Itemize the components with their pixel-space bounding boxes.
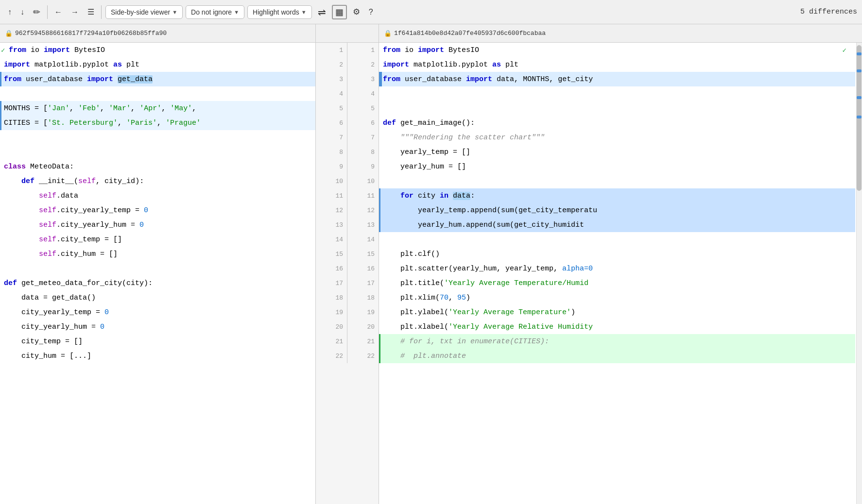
r-var-yt: yearly_temp	[400, 148, 448, 156]
left-line-14: self.city_temp = []	[0, 232, 315, 247]
ln-right-21: 21	[347, 338, 379, 345]
str-apr: 'Apr'	[139, 104, 161, 113]
settings-button[interactable]: ⚙	[350, 5, 363, 19]
right-line-10	[379, 174, 855, 188]
right-scrollbar[interactable]	[856, 43, 862, 504]
str-may: 'May'	[170, 104, 192, 113]
fn-gmdc: get_meteo_data_for_city	[21, 279, 122, 287]
self-ch-kw: self	[39, 250, 56, 258]
nav-down-button[interactable]: ↓	[17, 6, 27, 18]
r-import-data: data,	[497, 75, 518, 84]
ln-row-6: 6 6	[316, 116, 379, 130]
highlight-dropdown[interactable]: Highlight words ▼	[247, 5, 312, 19]
var-cyh-local: city_yearly_hum	[21, 323, 87, 331]
left-file-hash: 962f5945886616817f7294a10fb06268b85ffa90	[15, 30, 167, 37]
right-code-lines: from io import BytesIO ✓ import matplotl…	[379, 43, 862, 363]
ignore-label: Do not ignore	[191, 8, 232, 16]
r-xlabel-str: 'Yearly Average Relative Humidity	[448, 323, 593, 331]
r-plt-ylabel: plt.ylabel(	[400, 308, 448, 317]
edit-button[interactable]: ✏	[30, 5, 43, 19]
right-file-hash: 1f641a814b0e8d42a07fe405937d6c600fbcabaa	[394, 30, 546, 37]
self-ct-kw: self	[39, 235, 56, 244]
ln-right-2: 2	[347, 61, 379, 68]
ln-row-9: 9 9	[316, 159, 379, 174]
ln-left-6: 6	[316, 119, 347, 127]
view-toggle-button[interactable]: ▦	[332, 5, 347, 19]
self-init: self	[78, 177, 96, 185]
ln-row-12: 12 12	[316, 203, 379, 218]
r-ylabel-str: 'Yearly Average Temperature'	[448, 308, 571, 317]
kw-import-2: import	[4, 61, 30, 69]
var-data: data	[21, 294, 39, 302]
ln-left-3: 3	[316, 76, 347, 83]
left-line-21: city_temp = []	[0, 334, 315, 349]
arrow-right-button[interactable]: →	[68, 6, 82, 18]
scrollbar-diff-marker-1	[857, 52, 862, 55]
right-line-20: plt.xlabel('Yearly Average Relative Humi…	[379, 319, 855, 334]
ln-left-20: 20	[316, 323, 347, 331]
ln-left-12: 12	[316, 207, 347, 214]
ln-left-19: 19	[316, 309, 347, 316]
r-plt-xlabel: plt.xlabel(	[400, 323, 448, 331]
ln-left-5: 5	[316, 105, 347, 112]
r-highlighted-data: data	[453, 192, 470, 200]
ln-right-16: 16	[347, 265, 379, 272]
ln-row-15: 15 15	[316, 247, 379, 261]
right-line-22: # plt.annotate	[379, 349, 855, 363]
help-button[interactable]: ?	[366, 6, 376, 18]
right-line-3: from user_database import data, MONTHS, …	[379, 72, 855, 86]
r-kw-in: in	[440, 192, 448, 200]
var-cyt: city_yearly_temp	[21, 308, 91, 317]
columns-icon-button[interactable]: ⇌	[315, 4, 329, 20]
right-line-21: # for i, txt in enumerate(CITIES):	[379, 334, 855, 349]
left-line-18: data = get_data()	[0, 290, 315, 305]
ln-right-18: 18	[347, 294, 379, 302]
num-0-local-cyh: 0	[100, 323, 104, 331]
attr-cyh: city_yearly_hum	[61, 221, 126, 229]
separator-1	[47, 5, 48, 19]
fn-init: __init__	[39, 177, 74, 185]
r-plt-title: plt.title(	[400, 279, 444, 287]
ignore-dropdown-arrow: ▼	[234, 9, 239, 15]
right-line-5	[379, 101, 855, 116]
right-line-8: yearly_temp = []	[379, 145, 855, 159]
r-kw-from-3: from	[383, 75, 400, 84]
r-comment-plt: # plt.annotate	[400, 352, 466, 360]
self-data-kw: self	[39, 192, 56, 200]
nav-up-button[interactable]: ↑	[5, 6, 15, 18]
diff-count: 5 differences	[800, 8, 857, 16]
viewer-dropdown-arrow: ▼	[172, 9, 177, 15]
left-line-19: city_yearly_temp = 0	[0, 305, 315, 319]
ln-left-18: 18	[316, 294, 347, 302]
ln-right-11: 11	[347, 192, 379, 200]
line-numbers: 1 1 2 2 3 3 4 4 5 5 6 6 7	[316, 43, 379, 504]
left-line-10: def __init__(self, city_id):	[0, 174, 315, 188]
right-line-12: yearly_temp.append(sum(get_city_temperat…	[379, 203, 855, 218]
kw-import-1: import	[44, 46, 70, 54]
class-bytes: BytesIO	[74, 46, 105, 54]
kw-from-1: from	[9, 46, 26, 54]
self-cyt-kw: self	[39, 206, 56, 215]
ignore-dropdown[interactable]: Do not ignore ▼	[186, 5, 244, 19]
r-mod-matplotlib: matplotlib.pyplot	[414, 61, 488, 69]
list-button[interactable]: ☰	[85, 5, 97, 18]
ln-row-21: 21 21	[316, 334, 379, 349]
ln-left-15: 15	[316, 251, 347, 258]
ln-left-17: 17	[316, 280, 347, 287]
ln-right-3: 3	[347, 76, 379, 83]
r-import-get-city: get_city	[558, 75, 593, 84]
class-meteodata: MeteoData:	[30, 163, 74, 171]
highlight-dropdown-arrow: ▼	[301, 9, 307, 15]
arrow-left-button[interactable]: ←	[52, 6, 65, 18]
r-kw-as-2: as	[492, 61, 501, 69]
ln-row-1: 1 1	[316, 43, 379, 57]
right-file-header: 🔒 1f641a814b0e8d42a07fe405937d6c600fbcab…	[379, 24, 862, 42]
r-var-yh: yearly_hum	[400, 163, 444, 171]
left-code-lines: ✓ from io import BytesIO import matplotl…	[0, 43, 315, 363]
ln-right-14: 14	[347, 236, 379, 243]
viewer-dropdown[interactable]: Side-by-side viewer ▼	[105, 5, 183, 19]
r-var-city: city	[418, 192, 435, 200]
left-line-16	[0, 261, 315, 276]
self-cyh-kw: self	[39, 221, 56, 229]
right-line-13: yearly_hum.append(sum(get_city_humidit	[379, 218, 855, 232]
